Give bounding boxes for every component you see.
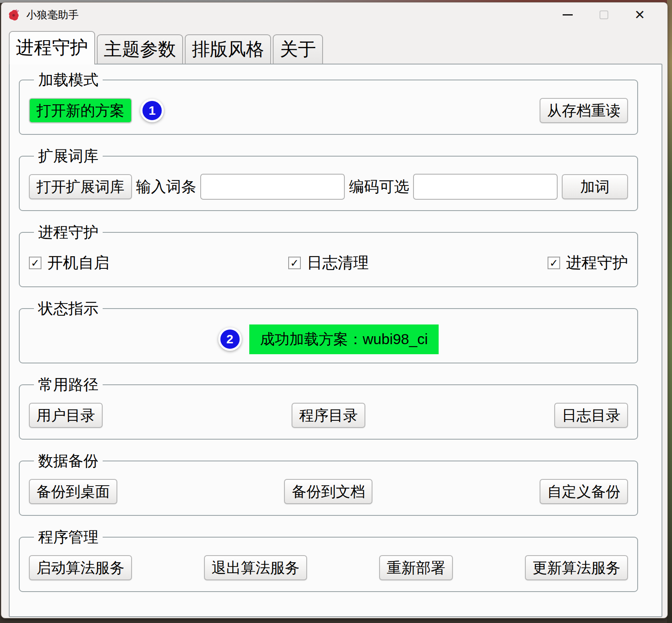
tab-layout-style[interactable]: 排版风格 [185,34,271,64]
group-load-mode: 加载模式 打开新的方案 1 从存档重读 [19,80,638,135]
custom-backup-button[interactable]: 自定义备份 [540,479,628,504]
reload-from-archive-button[interactable]: 从存档重读 [540,98,628,123]
window-title: 小狼毫助手 [26,8,79,22]
maximize-icon [600,10,608,19]
user-dir-button[interactable]: 用户目录 [29,403,103,428]
group-data-backup: 数据备份 备份到桌面 备份到文档 自定义备份 [19,461,638,516]
checkbox-process-daemon[interactable]: ✓ 进程守护 [548,252,628,273]
group-status-indicator: 状态指示 2 成功加载方案：wubi98_ci [19,308,638,363]
app-icon [8,8,21,21]
group-common-paths: 常用路径 用户目录 程序目录 日志目录 [19,384,638,440]
backup-to-documents-button[interactable]: 备份到文档 [284,479,372,504]
titlebar: 小狼毫助手 ✕ [1,3,667,27]
checkbox-autostart-label: 开机自启 [47,252,109,273]
tab-page: 加载模式 打开新的方案 1 从存档重读 扩展词库 打开扩展词库 输入词条 编码可… [9,64,662,617]
minimize-button[interactable] [554,3,581,27]
tab-theme-params[interactable]: 主题参数 [97,34,183,64]
checkbox-checked-icon: ✓ [288,257,301,269]
checkbox-autostart[interactable]: ✓ 开机自启 [29,252,109,273]
tab-about[interactable]: 关于 [273,34,323,64]
tab-strip: 进程守护 主题参数 排版风格 关于 [1,27,667,64]
group-extended-dict: 扩展词库 打开扩展词库 输入词条 编码可选 加词 [19,156,638,211]
checkbox-checked-icon: ✓ [29,257,41,269]
entry-label: 输入词条 [136,177,196,197]
checkbox-checked-icon: ✓ [548,257,560,269]
close-button[interactable]: ✕ [626,3,653,27]
code-label: 编码可选 [349,177,409,197]
window-controls: ✕ [554,3,667,27]
program-dir-button[interactable]: 程序目录 [292,403,365,428]
maximize-button[interactable] [590,3,617,27]
quit-algo-service-button[interactable]: 退出算法服务 [204,555,307,580]
redeploy-button[interactable]: 重新部署 [379,555,453,580]
annotation-badge-1: 1 [140,99,164,122]
minimize-icon [563,14,573,15]
open-new-scheme-button[interactable]: 打开新的方案 [29,98,132,123]
backup-to-desktop-button[interactable]: 备份到桌面 [29,479,117,504]
app-window: 小狼毫助手 ✕ 进程守护 主题参数 排版风格 关于 加载模式 打开新的方案 [1,2,668,618]
add-word-button[interactable]: 加词 [562,174,628,199]
code-input[interactable] [413,174,558,200]
annotation-badge-2: 2 [218,327,242,351]
checkbox-log-cleanup[interactable]: ✓ 日志清理 [288,252,369,273]
tab-process-daemon[interactable]: 进程守护 [9,31,95,64]
open-extended-dict-button[interactable]: 打开扩展词库 [29,174,132,199]
group-process-daemon: 进程守护 ✓ 开机自启 ✓ 日志清理 ✓ 进程守护 [19,232,638,287]
status-message: 成功加载方案：wubi98_ci [249,324,439,354]
checkbox-process-daemon-label: 进程守护 [566,252,628,273]
close-icon: ✕ [634,8,645,21]
update-algo-service-button[interactable]: 更新算法服务 [525,555,628,580]
start-algo-service-button[interactable]: 启动算法服务 [29,555,132,580]
checkbox-log-cleanup-label: 日志清理 [307,252,369,273]
entry-input[interactable] [200,174,345,200]
group-program-manage: 程序管理 启动算法服务 退出算法服务 重新部署 更新算法服务 [19,537,638,592]
log-dir-button[interactable]: 日志目录 [554,403,628,428]
